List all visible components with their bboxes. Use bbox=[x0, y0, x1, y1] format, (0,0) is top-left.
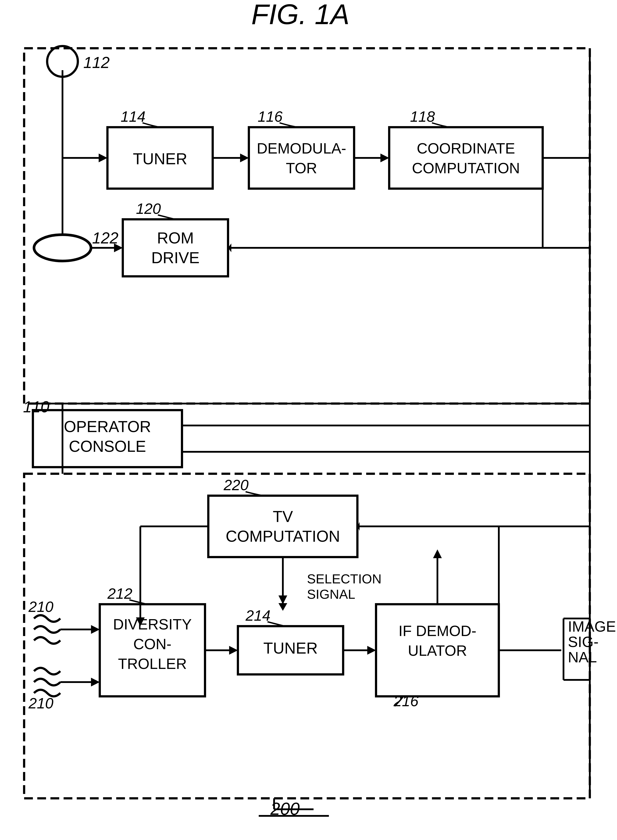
svg-marker-52 bbox=[433, 549, 442, 558]
if-demod-label2: ULATOR bbox=[408, 642, 467, 659]
op-console-label2: CONSOLE bbox=[69, 437, 146, 455]
page: FIG. 1A 110 112 TUNER 114 bbox=[0, 0, 617, 840]
ref-118: 118 bbox=[410, 108, 435, 125]
ref-114: 114 bbox=[121, 108, 145, 125]
ref-110: 110 bbox=[23, 398, 49, 416]
ref-220: 220 bbox=[223, 477, 249, 493]
demod-label2: TOR bbox=[286, 159, 317, 176]
ref-120: 120 bbox=[136, 200, 161, 217]
svg-point-15 bbox=[34, 235, 91, 261]
ref-214: 214 bbox=[245, 607, 270, 624]
ref-116: 116 bbox=[258, 108, 283, 125]
div-ctrl-label2: CON- bbox=[133, 636, 171, 652]
coord-label1: COORDINATE bbox=[417, 140, 515, 156]
coord-label2: COMPUTATION bbox=[412, 159, 520, 176]
image-signal-label1: IMAGE bbox=[568, 618, 616, 635]
rom-label1: ROM bbox=[157, 229, 194, 247]
svg-marker-5 bbox=[99, 154, 108, 162]
svg-marker-42 bbox=[91, 625, 100, 634]
svg-rect-12 bbox=[389, 127, 543, 189]
selection-signal-label: SELECTION bbox=[307, 571, 381, 586]
svg-marker-46 bbox=[229, 646, 238, 655]
ref-210-bot: 210 bbox=[28, 695, 53, 712]
image-signal-label2: SIG- bbox=[568, 633, 599, 650]
svg-rect-31 bbox=[208, 496, 357, 557]
demod-label1: DEMODULA- bbox=[257, 140, 346, 156]
svg-marker-60 bbox=[279, 603, 287, 611]
selection-signal-label2: SIGNAL bbox=[307, 587, 355, 602]
image-signal-label3: NAL bbox=[568, 649, 597, 666]
tv-comp-label1: TV bbox=[273, 508, 293, 525]
div-ctrl-label1: DIVERSITY bbox=[113, 616, 192, 633]
ref-212: 212 bbox=[107, 585, 132, 602]
svg-rect-0 bbox=[24, 48, 590, 403]
svg-marker-11 bbox=[381, 154, 389, 162]
figure-title: FIG. 1A bbox=[251, 0, 350, 30]
tuner-label: TUNER bbox=[133, 150, 187, 168]
ref-210-top: 210 bbox=[28, 598, 53, 615]
rom-label2: DRIVE bbox=[151, 249, 199, 266]
div-ctrl-label3: TROLLER bbox=[118, 655, 187, 672]
op-console-label1: OPERATOR bbox=[64, 418, 151, 436]
ref-216: 216 bbox=[393, 692, 419, 709]
svg-marker-43 bbox=[91, 678, 100, 686]
tv-comp-label2: COMPUTATION bbox=[226, 527, 340, 545]
svg-rect-9 bbox=[249, 127, 354, 189]
svg-rect-19 bbox=[123, 219, 228, 276]
svg-marker-49 bbox=[367, 646, 376, 655]
svg-rect-27 bbox=[24, 474, 590, 798]
svg-marker-8 bbox=[240, 154, 249, 162]
ref-112: 112 bbox=[83, 54, 110, 71]
tuner2-label: TUNER bbox=[263, 639, 318, 657]
if-demod-label1: IF DEMOD- bbox=[399, 622, 476, 639]
